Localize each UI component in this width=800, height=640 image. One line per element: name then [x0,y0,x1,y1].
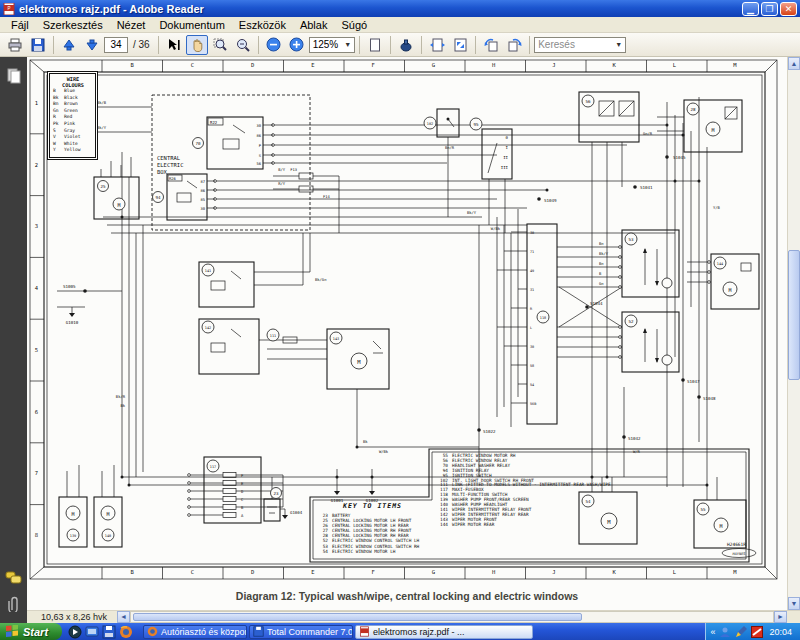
grid-numbers-left: 12345678 [30,72,43,566]
antivirus-tray-icon[interactable] [751,626,763,638]
fit-page-button[interactable] [449,35,471,55]
central-electric-box: CENTRAL ELECTRIC BOX [152,95,310,230]
scroll-up-button[interactable]: ▲ [788,57,800,70]
menu-item[interactable]: Szerkesztés [36,18,110,32]
svg-text:140: 140 [105,534,111,538]
svg-text:54: 54 [530,383,534,387]
total-commander-icon[interactable] [102,625,116,639]
search-placeholder: Keresés [538,39,575,50]
close-button[interactable]: ✕ [780,2,797,16]
adobe-reader-task-icon [359,626,370,637]
svg-text:III: III [501,165,509,170]
navigation-panel [0,57,27,623]
svg-text:S1049: S1049 [544,198,557,203]
comments-panel-tab[interactable] [5,569,23,587]
menu-item[interactable]: Súgó [334,18,374,32]
title-bar[interactable]: P elektromos rajz.pdf - Adobe Reader ▁ ❐… [0,0,800,17]
vertical-scroll-thumb[interactable] [788,250,800,380]
svg-text:28: 28 [690,107,696,112]
rotate-left-button[interactable] [480,35,502,55]
horizontal-scrollbar[interactable] [130,611,774,623]
sign-tool-button[interactable] [395,35,417,55]
svg-text:Bk/Y: Bk/Y [467,210,477,215]
vertical-scrollbar[interactable]: ▲ ▼ [787,57,800,610]
search-input[interactable]: Keresés▼ [534,37,626,53]
horizontal-scroll-thumb[interactable] [133,613,582,621]
maximize-button[interactable]: ❐ [761,2,778,16]
menu-item[interactable]: Eszközök [232,18,293,32]
minimize-button[interactable]: ▁ [742,2,759,16]
zoom-tool-button[interactable] [232,35,254,55]
svg-text:S1042: S1042 [628,436,641,441]
svg-text:R26: R26 [169,176,177,181]
search-dropdown-caret-icon[interactable]: ▼ [615,41,622,48]
component-140-washer-pump: M 140 [94,497,122,547]
zoom-dropdown-caret-icon[interactable]: ▼ [344,41,351,48]
hand-tool-button[interactable] [186,35,208,55]
svg-text:S1005: S1005 [63,284,76,289]
menu-item[interactable]: Dokumentum [152,18,231,32]
media-player-icon[interactable] [68,625,82,639]
svg-text:Bk/Y: Bk/Y [97,125,107,130]
menu-item[interactable]: Ablak [293,18,335,32]
attachments-panel-tab[interactable] [5,595,23,613]
print-button[interactable] [4,35,26,55]
page-number-input[interactable] [104,37,128,53]
task-total-commander[interactable]: Total Commander 7.01 - ... [249,625,353,639]
next-page-button[interactable] [81,35,103,55]
svg-text:30: 30 [200,206,205,211]
messenger-tray-icon[interactable] [719,626,731,638]
menu-item[interactable]: Fájl [4,18,36,32]
component-28-central-locking-motor: 28 M [684,100,742,152]
single-page-view-button[interactable] [364,35,386,55]
component-143-wiper-motor-front: 143 M [327,329,389,389]
component-52-window-switch-lh: 52 [622,312,679,372]
show-desktop-icon[interactable] [85,625,99,639]
firefox-icon[interactable] [119,625,133,639]
diagram-reference: H24661R HAYNES [722,542,756,558]
start-button[interactable]: Start [0,623,62,640]
save-button[interactable] [27,35,49,55]
rotate-right-button[interactable] [503,35,525,55]
svg-text:R22: R22 [210,120,218,125]
svg-text:139: 139 [70,534,76,538]
start-button-label: Start [23,626,48,638]
svg-text:Bn: Bn [599,241,604,246]
task-firefox[interactable]: Autóriasztó és központi z... [143,625,247,639]
scroll-right-button[interactable]: ► [774,611,787,623]
svg-text:M: M [106,511,109,517]
tray-expand-icon[interactable]: « [710,627,715,637]
scroll-down-button[interactable]: ▼ [788,597,800,610]
svg-text:S1041: S1041 [640,185,653,190]
total-commander-task-icon [253,626,264,637]
svg-text:F14: F14 [323,194,331,199]
menu-item[interactable]: Nézet [110,18,153,32]
previous-page-button[interactable] [58,35,80,55]
svg-text:86: 86 [256,133,261,138]
zoom-level-field[interactable]: 125%▼ [309,37,356,53]
pdf-app-icon: P [3,3,15,15]
svg-text:II: II [503,155,508,160]
adobe-reader-window: P elektromos rajz.pdf - Adobe Reader ▁ ❐… [0,0,800,640]
windows-taskbar: Start Autóriasztó és központi z... Total… [0,623,800,640]
fit-width-button[interactable] [426,35,448,55]
svg-text:CENTRAL: CENTRAL [157,155,181,161]
zoom-marquee-button[interactable] [209,35,231,55]
svg-text:Bn/R: Bn/R [445,145,455,150]
component-117-maxi-fusebox: 117 F E D C B A [204,457,261,523]
pages-panel-tab[interactable] [5,67,23,85]
svg-text:23: 23 [273,491,279,496]
scroll-left-button[interactable]: ◄ [117,611,130,623]
component-53-window-switch-rh: 53 [622,230,679,297]
zoom-out-button[interactable] [263,35,285,55]
pen-tray-icon[interactable] [735,626,747,638]
document-area[interactable]: CENTRAL ELECTRIC BOX R22 70 [27,57,800,610]
svg-text:M: M [728,287,731,293]
svg-text:P: P [259,143,262,148]
zoom-in-button[interactable] [286,35,308,55]
relay-70-headlight-washer: R22 70 30 86 P S 56 [193,117,274,169]
task-adobe-reader[interactable]: elektromos rajz.pdf - ... [355,625,533,639]
svg-text:M: M [71,511,74,517]
select-tool-button[interactable] [163,35,185,55]
svg-text:118: 118 [540,316,546,320]
